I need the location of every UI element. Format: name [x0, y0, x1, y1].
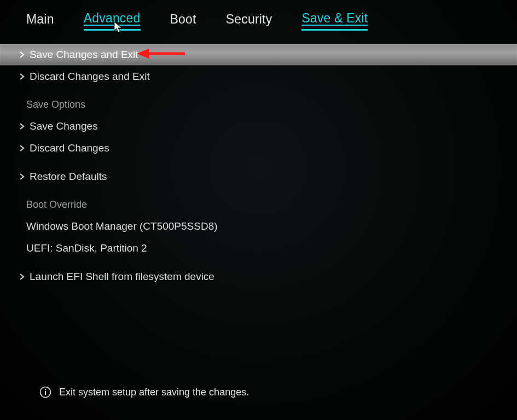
heading-boot-override: Boot Override — [0, 194, 517, 215]
svg-rect-3 — [45, 391, 46, 395]
tab-save-exit[interactable]: Save & Exit — [301, 11, 368, 31]
tab-main[interactable]: Main — [26, 12, 54, 30]
boot-entry-label: Windows Boot Manager (CT500P5SSD8) — [26, 220, 218, 232]
chevron-right-icon — [19, 173, 25, 180]
tab-advanced[interactable]: Advanced — [84, 11, 141, 31]
menu-restore-defaults[interactable]: Restore Defaults — [0, 166, 517, 188]
menu-discard-changes-exit[interactable]: Discard Changes and Exit — [0, 66, 517, 88]
tab-boot[interactable]: Boot — [170, 12, 196, 30]
chevron-right-icon — [19, 144, 25, 152]
menu-label: Discard Changes and Exit — [30, 71, 150, 83]
menu-label: Save Changes and Exit — [30, 49, 138, 61]
tab-bar: Main Advanced Boot Security Save & Exit — [0, 0, 517, 37]
boot-entry-uefi-sandisk[interactable]: UEFI: SanDisk, Partition 2 — [0, 237, 517, 259]
help-footer: Exit system setup after saving the chang… — [39, 386, 249, 398]
menu-launch-efi-shell[interactable]: Launch EFI Shell from filesystem device — [0, 266, 517, 288]
menu-save-changes[interactable]: Save Changes — [0, 115, 517, 137]
chevron-right-icon — [19, 51, 25, 59]
boot-entry-windows[interactable]: Windows Boot Manager (CT500P5SSD8) — [0, 215, 517, 237]
heading-label: Boot Override — [26, 199, 87, 211]
boot-entry-label: UEFI: SanDisk, Partition 2 — [26, 242, 147, 254]
menu-label: Restore Defaults — [30, 171, 107, 183]
menu-label: Save Changes — [30, 120, 98, 132]
svg-rect-4 — [45, 389, 46, 390]
save-exit-menu: Save Changes and Exit Discard Changes an… — [0, 44, 517, 288]
menu-label: Discard Changes — [30, 142, 109, 154]
menu-save-changes-exit[interactable]: Save Changes and Exit — [0, 44, 517, 66]
menu-label: Launch EFI Shell from filesystem device — [30, 271, 214, 283]
chevron-right-icon — [19, 273, 25, 281]
tab-security[interactable]: Security — [226, 12, 272, 30]
heading-label: Save Options — [26, 99, 85, 110]
chevron-right-icon — [19, 73, 25, 80]
info-icon — [39, 386, 51, 398]
menu-discard-changes[interactable]: Discard Changes — [0, 137, 517, 159]
chevron-right-icon — [19, 122, 25, 130]
heading-save-options: Save Options — [0, 94, 517, 115]
help-text: Exit system setup after saving the chang… — [59, 387, 249, 398]
